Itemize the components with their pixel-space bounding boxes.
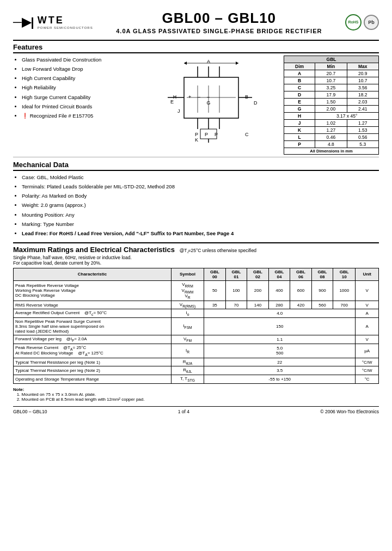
features-left: Glass Passivated Die Construction Low Fo… <box>13 56 138 155</box>
dim-footer: All Dimensions in mm <box>284 148 379 155</box>
svg-marker-13 <box>184 62 187 65</box>
dim-cell: J <box>284 120 315 127</box>
table-row: Peak Reverse Current @TA= 25°CAt Rated D… <box>14 344 379 358</box>
logo-symbol: ─▶| <box>13 15 34 29</box>
rohs-badge: RoHS <box>345 14 362 30</box>
table-row: Average Rectified Output Current @Tc= 50… <box>14 309 379 318</box>
feature-item: High Reliability <box>22 83 138 92</box>
dim-cell: 2.03 <box>347 99 378 106</box>
unit-cell: °C <box>356 375 379 383</box>
feature-item: Low Forward Voltage Drop <box>22 65 138 74</box>
note-2: 2. Mounted on PCB at 8.5mm lead length w… <box>13 397 379 402</box>
char-cell: Operating and Storage Temperature Range <box>14 375 171 383</box>
unit-cell: V <box>356 301 379 309</box>
symbol-cell: IFSM <box>171 317 204 335</box>
dim-cell: P <box>284 141 315 148</box>
val-cell-span: 1.1 <box>204 335 356 344</box>
svg-text:D: D <box>254 100 258 106</box>
dim-cell: 0.56 <box>347 134 378 141</box>
dim-row: B10.710.7 <box>284 77 379 84</box>
note-label: Note: <box>13 387 379 392</box>
dim-cell: 3.25 <box>315 84 347 91</box>
val-cell: 140 <box>247 301 269 309</box>
val-cell-span: 4.0 <box>204 309 356 318</box>
dim-row: J1.021.27 <box>284 120 379 127</box>
dim-cell: 2.00 <box>315 106 347 113</box>
svg-text:P: P <box>205 132 208 137</box>
logo-area: ─▶| WTE POWER SEMICONDUCTORS <box>13 15 93 29</box>
dim-cell: 4.8 <box>315 141 347 148</box>
elec-title-note: @T⁁=25°C unless otherwise specified <box>180 248 256 253</box>
dim-col-max: Max <box>347 63 378 70</box>
unit-cell: V <box>356 335 379 344</box>
component-diagram: A H E + – – G B D J <box>151 56 271 143</box>
footer-center: 1 of 4 <box>178 409 189 414</box>
char-cell: Non Repetitive Peak Forward Surge Curren… <box>14 317 171 335</box>
mech-item: Mounting Position: Any <box>22 211 379 219</box>
svg-text:K: K <box>195 137 198 143</box>
dim-cell: H <box>284 113 315 120</box>
svg-text:P: P <box>215 132 218 137</box>
dim-cell: L <box>284 134 315 141</box>
dim-cell: 18.2 <box>347 91 378 99</box>
header-divider <box>13 40 379 41</box>
dim-cell: 3.56 <box>347 84 378 91</box>
dim-row: E1.502.03 <box>284 99 379 106</box>
svg-text:A: A <box>206 59 210 64</box>
elec-table: Characteristic Symbol GBL00 GBL01 GBL02 … <box>13 268 379 384</box>
dim-row: C3.253.56 <box>284 84 379 91</box>
dim-cell: 10.7 <box>347 77 378 84</box>
val-cell: 900 <box>311 280 333 301</box>
symbol-cell: IR <box>171 344 204 358</box>
feature-item: ❗ Recognized File # E157705 <box>22 112 138 120</box>
elec-col-char: Characteristic <box>14 268 171 280</box>
features-section: Features Glass Passivated Die Constructi… <box>13 43 379 155</box>
footer-left: GBL00 – GBL10 <box>13 409 47 414</box>
dim-cell: 20.7 <box>315 70 347 77</box>
dim-cell: D <box>284 91 315 99</box>
dim-cell: 1.27 <box>347 120 378 127</box>
badges-area: RoHS Pb <box>345 14 379 30</box>
char-cell: Average Rectified Output Current @Tc= 50… <box>14 309 171 318</box>
mech-item: Weight: 2.0 grams (approx.) <box>22 201 379 210</box>
elec-note-1: Single Phase, half wave, 60Hz, resistive… <box>13 255 379 260</box>
logo-sub: POWER SEMICONDUCTORS <box>38 26 93 29</box>
mechanical-list: Case: GBL, Molded Plastic Terminals: Pla… <box>13 173 379 238</box>
dim-cell: 17.9 <box>315 91 347 99</box>
svg-text:B: B <box>245 94 248 100</box>
elec-col-unit: Unit <box>356 268 379 280</box>
dim-row: K1.271.53 <box>284 127 379 134</box>
val-cell: 700 <box>333 301 356 309</box>
dim-cell: 5.3 <box>347 141 378 148</box>
dim-row: P4.85.3 <box>284 141 379 148</box>
dimensions-table-area: GBL Dim Min Max A20.720.9B10.710.7C3.253… <box>284 56 379 155</box>
electrical-section: Maximum Ratings and Electrical Character… <box>13 242 379 384</box>
char-cell: Forward Voltage per leg @IF= 2.0A <box>14 335 171 344</box>
dim-cell: E <box>284 99 315 106</box>
elec-col-symbol: Symbol <box>171 268 204 280</box>
dim-cell: 1.53 <box>347 127 378 134</box>
dim-col-min: Min <box>315 63 347 70</box>
feature-item: Glass Passivated Die Construction <box>22 56 138 64</box>
unit-cell: V <box>356 280 379 301</box>
mech-item: Marking: Type Number <box>22 220 379 229</box>
val-cell-span: 150 <box>204 317 356 335</box>
footer-right: © 2006 Won-Too Electronics <box>320 409 379 414</box>
dim-cell: A <box>284 70 315 77</box>
pb-badge: Pb <box>364 15 379 30</box>
dim-row: G2.002.41 <box>284 106 379 113</box>
dim-cell: 2.41 <box>347 106 378 113</box>
feature-item: High Surge Current Capability <box>22 93 138 102</box>
svg-text:J: J <box>177 108 180 114</box>
unit-cell: µA <box>356 344 379 358</box>
title-area: GBL00 – GBL10 4.0A GLASS PASSIVATED SING… <box>93 10 345 34</box>
dim-cell: 1.50 <box>315 99 347 106</box>
symbol-cell: VRRMVRWMVR <box>171 280 204 301</box>
table-row: Peak Repetitive Reverse VoltageWorking P… <box>14 280 379 301</box>
symbol-cell: RθJA <box>171 358 204 366</box>
val-cell: 50 <box>204 280 226 301</box>
dim-row: D17.918.2 <box>284 91 379 99</box>
dim-row: L0.460.56 <box>284 134 379 141</box>
val-cell-span: -55 to +150 <box>204 375 356 383</box>
unit-cell: °C/W <box>356 366 379 375</box>
